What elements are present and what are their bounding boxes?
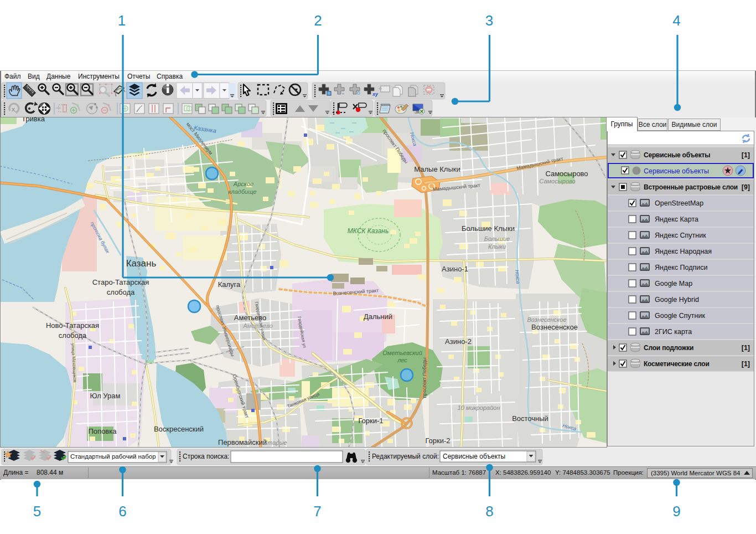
svg-text:2: 2	[314, 12, 322, 29]
svg-text:1: 1	[118, 12, 126, 29]
svg-text:3: 3	[485, 12, 493, 29]
svg-text:7: 7	[313, 503, 321, 520]
svg-text:8: 8	[485, 503, 493, 520]
svg-text:4: 4	[672, 12, 680, 29]
svg-text:5: 5	[33, 503, 41, 520]
svg-text:9: 9	[672, 503, 680, 520]
svg-text:6: 6	[118, 503, 126, 520]
